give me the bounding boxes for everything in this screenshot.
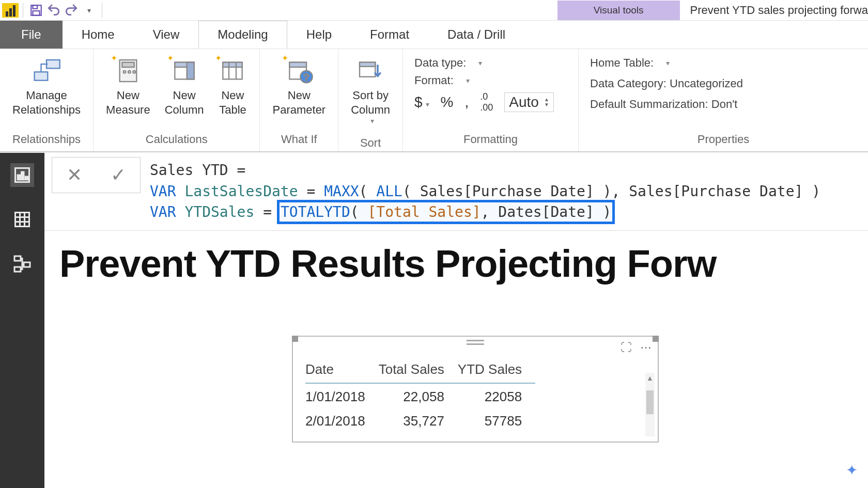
- table-body: Date Total Sales YTD Sales 1/01/2018 22,…: [293, 348, 658, 442]
- cell: 2/01/2018: [305, 408, 379, 432]
- visual-header: ⛶ ⋯: [293, 337, 658, 348]
- formula-bar: ✕ ✓ Sales YTD = VAR LastSalesDate = MAXX…: [44, 153, 868, 231]
- sort-by-column-button[interactable]: Sort by Column▾: [344, 53, 397, 129]
- decimal-places-stepper[interactable]: Auto ▲▼: [504, 92, 554, 112]
- col-header-date[interactable]: Date: [305, 357, 379, 383]
- hometable-label: Home Table:: [590, 56, 654, 70]
- svg-rect-25: [22, 172, 24, 180]
- hometable-dropdown[interactable]: ▾: [666, 59, 670, 67]
- group-formatting: Data type: ▾ Format: ▾ $▾ % , .0.00 Auto…: [403, 49, 579, 151]
- commit-formula-button[interactable]: ✓: [111, 164, 126, 186]
- formula-actions: ✕ ✓: [52, 157, 141, 193]
- group-label: Relationships: [0, 130, 93, 151]
- undo-button[interactable]: [45, 2, 63, 19]
- currency-button[interactable]: $▾: [414, 94, 429, 111]
- datatype-label: Data type:: [414, 56, 466, 70]
- col-header-total[interactable]: Total Sales: [379, 357, 458, 383]
- datatype-dropdown[interactable]: ▾: [478, 59, 482, 67]
- cell: 22058: [458, 383, 535, 408]
- scrollbar[interactable]: ▲: [645, 373, 655, 436]
- group-relationships: Manage Relationships Relationships: [0, 49, 94, 151]
- format-dropdown[interactable]: ▾: [466, 76, 470, 85]
- tab-home[interactable]: Home: [63, 21, 134, 49]
- subscribe-icon: ✦: [846, 462, 858, 479]
- tab-file[interactable]: File: [0, 21, 63, 49]
- svg-rect-14: [223, 62, 242, 67]
- drag-handle[interactable]: [467, 340, 484, 345]
- table-visual[interactable]: ⛶ ⋯ Date Total Sales YTD Sales 1/01/2018…: [292, 336, 659, 443]
- label: New Column: [165, 88, 204, 117]
- redo-button[interactable]: [63, 2, 80, 19]
- resize-handle[interactable]: [653, 336, 659, 342]
- new-column-button[interactable]: ✦ New Column: [158, 53, 211, 120]
- tab-format[interactable]: Format: [351, 21, 428, 49]
- percent-button[interactable]: %: [441, 94, 454, 111]
- cancel-formula-button[interactable]: ✕: [67, 164, 82, 186]
- ribbon: Manage Relationships Relationships ✦ New…: [0, 49, 868, 152]
- report-view-button[interactable]: [10, 163, 34, 187]
- svg-rect-2: [33, 11, 40, 15]
- svg-rect-3: [35, 72, 48, 80]
- window-title: Prevent YTD sales projecting forwa: [690, 4, 868, 17]
- data-view-button[interactable]: [10, 208, 34, 231]
- group-whatif: ✦ ? New Parameter What If: [260, 49, 338, 151]
- tab-data-drill[interactable]: Data / Drill: [428, 21, 524, 49]
- group-label: Properties: [579, 130, 868, 151]
- sort-icon: [356, 56, 385, 85]
- visual-tools-tab[interactable]: Visual tools: [557, 1, 680, 20]
- label: Manage Relationships: [12, 88, 81, 117]
- table-icon: ✦: [218, 56, 247, 85]
- svg-rect-12: [187, 62, 194, 80]
- label: New Table: [219, 88, 246, 117]
- label: Sort by Column: [351, 88, 390, 117]
- svg-rect-4: [47, 60, 60, 68]
- group-label: Calculations: [94, 130, 259, 151]
- scroll-thumb[interactable]: [646, 390, 654, 414]
- svg-text:?: ?: [304, 72, 309, 83]
- thousands-button[interactable]: ,: [465, 94, 469, 111]
- svg-rect-18: [289, 62, 306, 67]
- group-properties: Home Table:▾ Data Category: Uncategorize…: [579, 49, 868, 151]
- ribbon-tabs: File Home View Modeling Help Format Data…: [0, 21, 868, 49]
- cell: 57785: [458, 408, 535, 432]
- model-view-button[interactable]: [10, 252, 34, 276]
- formula-editor[interactable]: Sales YTD = VAR LastSalesDate = MAXX( AL…: [141, 153, 868, 230]
- app-icon: [2, 3, 19, 18]
- svg-rect-1: [33, 5, 38, 9]
- title-bar: ▾ Visual tools Prevent YTD sales project…: [0, 0, 868, 21]
- report-canvas[interactable]: Prevent YTD Results Projecting Forw ⛶ ⋯ …: [49, 232, 868, 488]
- focus-mode-button[interactable]: ⛶: [621, 341, 632, 354]
- view-switcher: [0, 153, 44, 488]
- svg-rect-34: [14, 267, 21, 272]
- new-table-button[interactable]: ✦ New Table: [211, 53, 254, 120]
- relationships-icon: [32, 56, 61, 85]
- save-button[interactable]: [27, 2, 45, 19]
- cell: 22,058: [379, 383, 458, 408]
- svg-rect-22: [360, 62, 375, 67]
- tab-help[interactable]: Help: [287, 21, 351, 49]
- new-parameter-button[interactable]: ✦ ? New Parameter: [265, 53, 333, 120]
- group-label: What If: [260, 130, 338, 151]
- new-measure-button[interactable]: ✦ New Measure: [99, 53, 158, 120]
- qat-customize-dropdown[interactable]: ▾: [80, 2, 98, 19]
- svg-rect-27: [16, 213, 29, 227]
- table-row[interactable]: 1/01/2018 22,058 22058: [305, 383, 535, 408]
- parameter-icon: ✦ ?: [285, 56, 314, 85]
- resize-handle[interactable]: [292, 336, 298, 342]
- col-header-ytd[interactable]: YTD Sales: [458, 357, 535, 383]
- manage-relationships-button[interactable]: Manage Relationships: [5, 53, 88, 120]
- cell: 1/01/2018: [305, 383, 379, 408]
- label: New Parameter: [272, 88, 326, 117]
- decimals-icon: .0.00: [480, 91, 493, 113]
- page-title: Prevent YTD Results Projecting Forw: [59, 242, 858, 286]
- table-row[interactable]: 2/01/2018 35,727 57785: [305, 408, 535, 432]
- measure-icon: ✦: [114, 56, 143, 85]
- tab-view[interactable]: View: [134, 21, 199, 49]
- format-label: Format:: [414, 74, 454, 87]
- tab-modeling[interactable]: Modeling: [198, 21, 287, 49]
- datacategory-label: Data Category: Uncategorized: [590, 77, 743, 90]
- defaultsumm-label: Default Summarization: Don't: [590, 98, 737, 111]
- svg-rect-33: [24, 262, 30, 267]
- more-options-button[interactable]: ⋯: [640, 341, 652, 354]
- separator: [23, 3, 23, 18]
